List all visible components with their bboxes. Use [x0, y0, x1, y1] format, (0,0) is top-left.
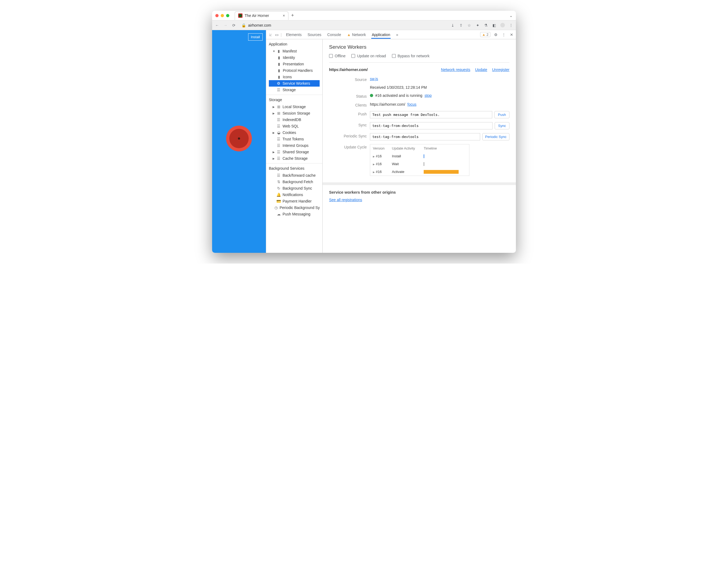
url-field[interactable]: 🔒 airhorner.com [240, 23, 446, 27]
label-status: Status [329, 93, 367, 98]
tabs-menu-icon[interactable]: ⌄ [510, 14, 513, 18]
cycle-row[interactable]: ▶#16 Wait [370, 160, 469, 168]
sidebar-item-storage[interactable]: ☰Storage [269, 86, 320, 93]
file-icon: ▮ [277, 68, 281, 73]
card-icon: 💳 [277, 199, 281, 203]
inspect-icon[interactable]: ⟀ [268, 32, 273, 37]
sidebar-group-background: Background Services [269, 166, 320, 171]
devtools-icon[interactable]: ◧ [492, 23, 497, 27]
table-icon: ⊞ [277, 105, 281, 109]
file-icon: ▮ [277, 75, 281, 79]
link-source-file[interactable]: sw.js [370, 77, 378, 81]
sidebar-item-presentation[interactable]: ▮Presentation [269, 61, 320, 67]
bookmark-icon[interactable]: ☆ [467, 23, 471, 27]
gear-icon[interactable]: ⚙ [494, 32, 498, 37]
install-button[interactable]: Install [248, 33, 263, 41]
other-origins-heading: Service workers from other origins [329, 190, 510, 195]
content-area: Install ⟀ ▭ | Elements Sources Console ▲… [212, 30, 516, 253]
sidebar-item-background-fetch[interactable]: ⇅Background Fetch [269, 179, 320, 185]
periodic-sync-button[interactable]: Periodic Sync [482, 133, 510, 141]
kebab-menu-icon[interactable]: ⋮ [509, 23, 513, 27]
forward-icon[interactable]: → [223, 23, 228, 27]
maximize-window-button[interactable] [226, 14, 229, 17]
periodic-sync-input[interactable] [370, 133, 480, 141]
tab-sources[interactable]: Sources [307, 31, 322, 39]
device-toolbar-icon[interactable]: ▭ [275, 32, 279, 37]
sync-button[interactable]: Sync [495, 122, 510, 129]
back-icon[interactable]: ← [215, 23, 219, 27]
cycle-row[interactable]: ▶#16 Install [370, 152, 469, 160]
database-icon: ☰ [277, 143, 281, 148]
extensions-icon[interactable]: ✦ [475, 23, 480, 27]
warning-icon: ▲ [347, 32, 351, 37]
tab-console[interactable]: Console [327, 31, 341, 39]
sidebar-item-payment-handler[interactable]: 💳Payment Handler [269, 198, 320, 204]
table-icon: ⊞ [277, 111, 281, 116]
sidebar-item-indexeddb[interactable]: ☰IndexedDB [269, 117, 320, 123]
cycle-row[interactable]: ▶#16 Activate [370, 168, 469, 176]
file-icon: ▮ [277, 49, 281, 53]
close-window-button[interactable] [215, 14, 218, 17]
transfer-icon: ⇅ [277, 180, 281, 184]
sidebar-item-websql[interactable]: ☰Web SQL [269, 123, 320, 129]
checkbox-offline[interactable]: Offline [329, 54, 345, 58]
tab-title: The Air Horner [245, 14, 269, 18]
label-sync: Sync [329, 122, 367, 127]
sidebar-item-icons[interactable]: ▮Icons [269, 74, 320, 80]
sidebar-item-periodic-bg-sync[interactable]: ◷Periodic Background Sync [269, 204, 320, 211]
profile-icon[interactable] [500, 23, 505, 27]
clock-icon: ◷ [275, 205, 278, 210]
push-button[interactable]: Push [494, 111, 510, 118]
link-update[interactable]: Update [475, 68, 487, 72]
database-icon: ☰ [277, 124, 281, 128]
sidebar-item-identity[interactable]: ▮Identity [269, 54, 320, 61]
link-unregister[interactable]: Unregister [492, 68, 510, 72]
checkbox-bypass-network[interactable]: Bypass for network [392, 54, 430, 58]
link-see-all-registrations[interactable]: See all registrations [329, 198, 362, 202]
push-input[interactable] [370, 111, 492, 118]
airhorn-button[interactable] [226, 126, 252, 151]
labs-icon[interactable]: ⚗ [484, 23, 488, 27]
tab-elements[interactable]: Elements [286, 31, 302, 39]
file-icon: ▮ [277, 62, 281, 66]
sidebar-item-service-workers[interactable]: ⚙Service Workers [269, 80, 320, 86]
sidebar-item-shared-storage[interactable]: ▶☰Shared Storage [269, 149, 320, 155]
sidebar-item-notifications[interactable]: 🔔Notifications [269, 192, 320, 198]
sidebar-item-push-messaging[interactable]: ☁Push Messaging [269, 211, 320, 217]
sidebar-item-interest-groups[interactable]: ☰Interest Groups [269, 142, 320, 149]
link-focus[interactable]: focus [408, 102, 416, 106]
tab-overflow[interactable]: » [395, 31, 399, 39]
label-update-cycle: Update Cycle [329, 144, 367, 149]
browser-tab-airhorner[interactable]: The Air Horner × [235, 11, 288, 20]
sidebar-item-local-storage[interactable]: ▶⊞Local Storage [269, 104, 320, 110]
page-viewport: Install [212, 30, 266, 253]
sync-icon: ↻ [277, 186, 281, 191]
tab-network[interactable]: ▲Network [346, 31, 366, 39]
reload-icon[interactable]: ⟳ [231, 23, 236, 27]
sidebar-item-background-sync[interactable]: ↻Background Sync [269, 185, 320, 192]
sidebar-item-trust-tokens[interactable]: ☰Trust Tokens [269, 136, 320, 142]
sidebar-item-protocol-handlers[interactable]: ▮Protocol Handlers [269, 67, 320, 74]
status-indicator-icon [370, 94, 373, 97]
label-source: Source [329, 77, 367, 82]
sidebar-item-cookies[interactable]: ▶◒Cookies [269, 129, 320, 136]
download-icon[interactable]: ⤓ [450, 23, 455, 27]
close-tab-icon[interactable]: × [283, 14, 285, 18]
tab-application[interactable]: Application [371, 31, 391, 39]
minimize-window-button[interactable] [221, 14, 224, 17]
sidebar-item-manifest[interactable]: ▼▮Manifest [269, 48, 320, 54]
link-network-requests[interactable]: Network requests [441, 68, 470, 72]
close-devtools-icon[interactable]: ✕ [509, 32, 514, 37]
sidebar-item-session-storage[interactable]: ▶⊞Session Storage [269, 110, 320, 117]
devtools-menu-icon[interactable]: ⋮ [501, 32, 506, 37]
new-tab-button[interactable]: + [291, 12, 294, 18]
link-stop[interactable]: stop [424, 93, 432, 98]
checkbox-update-on-reload[interactable]: Update on reload [352, 54, 386, 58]
share-icon[interactable]: ⇧ [459, 23, 463, 27]
sidebar-item-cache-storage[interactable]: ▶☰Cache Storage [269, 155, 320, 162]
warnings-badge[interactable]: ▲2 [480, 32, 490, 37]
sidebar-item-bfcache[interactable]: ☰Back/forward cache [269, 172, 320, 179]
label-periodic-sync: Periodic Sync [329, 133, 367, 138]
sync-input[interactable] [370, 122, 493, 129]
cloud-icon: ☁ [277, 212, 281, 216]
